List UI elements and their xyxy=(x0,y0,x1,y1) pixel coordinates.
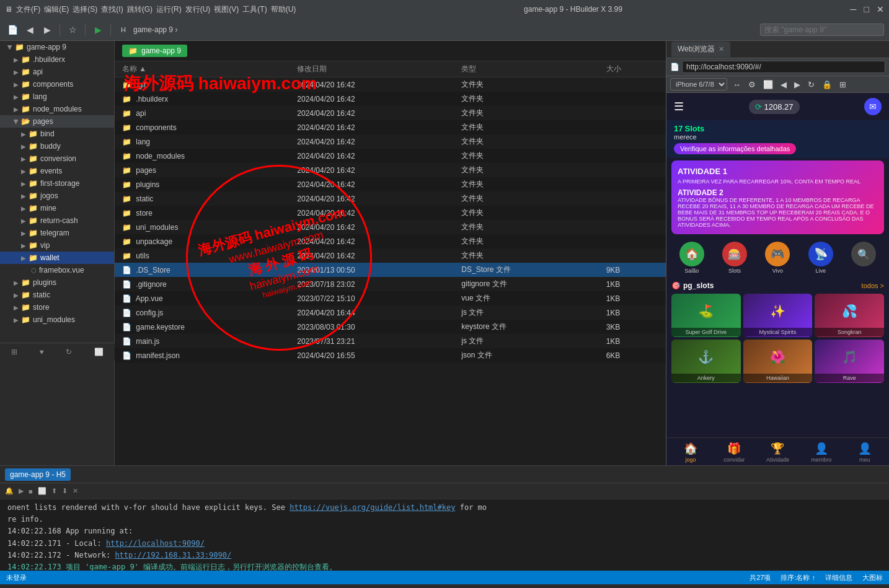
run-button[interactable]: ▶ xyxy=(91,22,105,37)
col-name[interactable]: 名称 ▲ xyxy=(115,61,290,77)
sidebar-item-components[interactable]: ▶ 📁 components xyxy=(0,78,114,90)
menu-tools[interactable]: 工具(T) xyxy=(242,4,267,15)
bottom-nav-jogo[interactable]: 🏠 jogo xyxy=(675,442,706,463)
toolbar-icon7[interactable]: ✕ xyxy=(73,487,78,495)
sidebar-icon1[interactable]: ⊞ xyxy=(11,348,17,356)
table-row[interactable]: 📁 lang 2024/04/20 16:42 文件夹 xyxy=(115,134,666,149)
table-row[interactable]: 📄 .DS_Store 2024/01/13 00:50 DS_Store 文件… xyxy=(115,263,666,277)
sidebar-item-return-cash[interactable]: ▶ 📁 return-cash xyxy=(0,214,114,227)
menu-find[interactable]: 查找(I) xyxy=(101,4,123,15)
bottom-nav-atividade[interactable]: 🏆 Atividade xyxy=(762,442,793,463)
back-button[interactable]: ◀ xyxy=(22,22,37,37)
table-row[interactable]: 📁 utils 2024/04/20 16:42 文件夹 xyxy=(115,248,666,263)
sidebar-item-pages[interactable]: ▶ 📂 pages xyxy=(0,115,114,128)
table-row[interactable]: 📁 static 2024/04/20 16:42 文件夹 xyxy=(115,191,666,206)
sidebar-item-static[interactable]: ▶ 📁 static xyxy=(0,289,114,301)
nav-live[interactable]: 📡 Live xyxy=(808,242,833,274)
sidebar-icon4[interactable]: ⬜ xyxy=(94,348,104,356)
nav-search[interactable]: 🔍 . xyxy=(851,242,876,274)
bottom-nav-membro[interactable]: 👤 membro xyxy=(806,442,837,463)
sidebar-item-wallet[interactable]: ▶ 📁 wallet xyxy=(0,252,114,264)
search-input[interactable] xyxy=(760,24,884,36)
table-row[interactable]: 📄 config.js 2024/04/20 16:44 js 文件 1KB xyxy=(115,305,666,320)
menu-help[interactable]: 帮助(U) xyxy=(271,4,296,15)
table-row[interactable]: 📁 plugins 2024/04/20 16:42 文件夹 xyxy=(115,177,666,191)
address-input[interactable] xyxy=(682,61,885,73)
toolbar-icon1[interactable]: 🔔 xyxy=(5,487,14,495)
toolbar-icon6[interactable]: ⬇ xyxy=(62,487,68,495)
sidebar-item-events[interactable]: ▶ 📁 events xyxy=(0,165,114,177)
status-large[interactable]: 大图标 xyxy=(862,573,883,582)
menu-jump[interactable]: 跳转(G) xyxy=(127,4,153,15)
sidebar-item-vip[interactable]: ▶ 📁 vip xyxy=(0,239,114,252)
sidebar-item-buddy[interactable]: ▶ 📁 buddy xyxy=(0,140,114,152)
forward-nav-button[interactable]: ▶ xyxy=(792,79,802,90)
table-row[interactable]: 📁 store 2024/04/20 16:42 文件夹 xyxy=(115,206,666,220)
back-nav-button[interactable]: ◀ xyxy=(779,79,789,90)
table-row[interactable]: 📄 main.js 2023/07/31 23:21 js 文件 1KB xyxy=(115,334,666,348)
sidebar-item-mine[interactable]: ▶ 📁 mine xyxy=(0,202,114,214)
maximize-button[interactable]: □ xyxy=(864,4,869,14)
table-row[interactable]: 📄 game.keystore 2023/08/03 01:30 keystor… xyxy=(115,320,666,334)
table-row[interactable]: 📄 manifest.json 2024/04/20 16:55 json 文件… xyxy=(115,348,666,362)
nav-salon[interactable]: 🏠 Salão xyxy=(679,242,704,274)
status-detail[interactable]: 详细信息 xyxy=(825,573,852,582)
menu-publish[interactable]: 发行(U) xyxy=(185,4,211,15)
bottom-tab-h5[interactable]: game-app 9 - H5 xyxy=(5,468,71,481)
sidebar-item-conversion[interactable]: ▶ 📁 conversion xyxy=(0,152,114,165)
promo-button[interactable]: Verifique as informações detalhadas xyxy=(674,143,796,154)
log-link-network[interactable]: http://192.168.31.33:9090/ xyxy=(115,551,231,559)
minimize-button[interactable]: ─ xyxy=(851,4,857,14)
col-date[interactable]: 修改日期 xyxy=(290,61,454,77)
bottom-nav-convidar[interactable]: 🎁 convidar xyxy=(719,442,750,463)
fullscreen-button[interactable]: ⬜ xyxy=(761,79,775,90)
col-size[interactable]: 大小 xyxy=(599,61,666,77)
game-card-rave[interactable]: 🎵 Rave xyxy=(815,340,884,383)
game-card-songkran[interactable]: 💦 Songkran xyxy=(815,294,884,337)
game-card-ankery[interactable]: ⚓ Ankery xyxy=(671,340,741,383)
menu-select[interactable]: 选择(S) xyxy=(73,4,97,15)
table-row[interactable]: 📁 pages 2024/04/20 16:42 文件夹 xyxy=(115,163,666,177)
browser-tab[interactable]: Web浏览器 ✕ xyxy=(671,42,730,57)
table-row[interactable]: 📁 unpackage 2024/04/20 16:42 文件夹 xyxy=(115,234,666,248)
rotate-button[interactable]: ↔ xyxy=(731,79,743,90)
menu-icon[interactable]: ☰ xyxy=(674,100,684,113)
sidebar-icon2[interactable]: ♥ xyxy=(40,348,44,356)
message-icon[interactable]: ✉ xyxy=(864,98,882,115)
table-row[interactable]: 📄 .gitignore 2023/07/18 23:02 gitignore … xyxy=(115,277,666,291)
table-row[interactable]: 📁 api 2024/04/20 16:42 文件夹 xyxy=(115,106,666,120)
close-button[interactable]: ✕ xyxy=(877,4,884,14)
table-row[interactable]: 📁 node_modules 2024/04/20 16:42 文件夹 xyxy=(115,149,666,163)
toolbar-icon4[interactable]: ⬜ xyxy=(38,487,46,495)
toolbar-icon2[interactable]: ▶ xyxy=(19,487,24,495)
bookmark-button[interactable]: ☆ xyxy=(65,22,80,37)
grid-button[interactable]: ⊞ xyxy=(838,79,848,90)
menu-file[interactable]: 文件(F) xyxy=(16,4,40,15)
table-row[interactable]: 📁 uni_modules 2024/04/20 16:42 文件夹 xyxy=(115,220,666,234)
sidebar-item-bind[interactable]: ▶ 📁 bind xyxy=(0,128,114,140)
reload-button[interactable]: ↻ xyxy=(806,79,816,90)
game-card-mystical[interactable]: ✨ Mystical Spirits xyxy=(743,294,813,337)
sidebar-item-jogos[interactable]: ▶ 📁 jogos xyxy=(0,190,114,202)
game-card-golf[interactable]: ⛳ Super Golf Drive xyxy=(671,294,741,337)
sidebar-item-api[interactable]: ▶ 📁 api xyxy=(0,66,114,78)
sidebar-item-hbuilderx[interactable]: ▶ 📁 .hbuilderx xyxy=(0,53,114,66)
menu-view[interactable]: 视图(V) xyxy=(214,4,239,15)
table-row[interactable]: 📁 .git 2024/04/20 16:42 文件夹 xyxy=(115,77,666,92)
log-link-1[interactable]: https://vuejs.org/guide/list.html#key xyxy=(290,503,455,512)
device-selector[interactable]: iPhone 6/7/8 iPhone X Galaxy S5 xyxy=(670,78,727,90)
table-row[interactable]: 📁 .hbuilderx 2024/04/20 16:42 文件夹 xyxy=(115,92,666,106)
game-card-hawaiian[interactable]: 🌺 Hawaiian xyxy=(743,340,813,383)
hbuilder-icon[interactable]: H xyxy=(116,22,131,37)
sidebar-item-telegram[interactable]: ▶ 📁 telegram xyxy=(0,227,114,239)
table-row[interactable]: 📄 App.vue 2023/07/22 15:10 vue 文件 1KB xyxy=(115,291,666,305)
table-row[interactable]: 📁 components 2024/04/20 16:42 文件夹 xyxy=(115,120,666,134)
sidebar-item-first-storage[interactable]: ▶ 📁 first-storage xyxy=(0,177,114,190)
sidebar-item-lang[interactable]: ▶ 📁 lang xyxy=(0,90,114,103)
sidebar-item-uni-modules[interactable]: ▶ 📁 uni_modules xyxy=(0,314,114,326)
log-link-local[interactable]: http://localhost:9090/ xyxy=(106,539,205,548)
menu-edit[interactable]: 编辑(E) xyxy=(44,4,69,15)
settings-button[interactable]: ⚙ xyxy=(746,79,758,90)
toolbar-icon3[interactable]: ■ xyxy=(29,488,33,495)
nav-vivo[interactable]: 🎮 Vivo xyxy=(765,242,790,274)
